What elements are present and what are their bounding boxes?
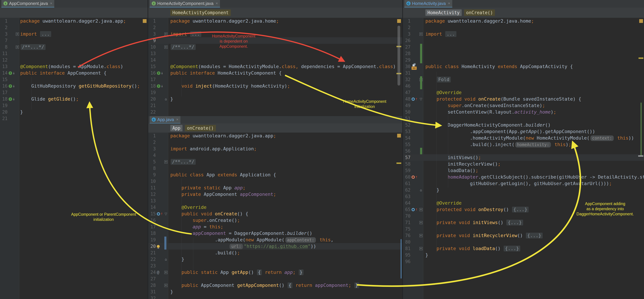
fold-expand-icon[interactable]: + (420, 221, 423, 224)
code-line[interactable]: 76+ private void initRecyclerView() {...… (403, 232, 644, 239)
line-number[interactable]: 2 (403, 25, 410, 30)
line-number[interactable]: 80 (403, 240, 410, 245)
code-line[interactable]: 61 gitHubUser.getLogin(), gitHubUser.get… (403, 180, 644, 187)
line-number[interactable]: 28 (403, 51, 410, 56)
fold-column[interactable]: + (419, 234, 423, 237)
fold-column[interactable]: ⌂ (164, 257, 168, 261)
code-text[interactable]: } (168, 256, 402, 263)
code-line[interactable]: 3+import ... (0, 31, 148, 37)
line-number[interactable]: 47 (403, 90, 410, 95)
code-text[interactable]: public AppComponent getAppComponent() { … (168, 282, 402, 289)
code-line[interactable]: 5+/**...*/ (148, 159, 402, 165)
code-line[interactable]: 10 (148, 178, 402, 185)
code-text[interactable]: public class HomeActivity extends AppCom… (423, 63, 644, 70)
code-text[interactable]: /**...*/ (168, 159, 402, 165)
line-number[interactable]: 5 (148, 159, 156, 164)
code-line[interactable]: 18I↓ void inject(HomeActivity homeActivi… (148, 83, 402, 89)
line-number[interactable]: 12 (148, 192, 156, 197)
code-line[interactable]: 62⌂ } (403, 187, 644, 193)
line-number[interactable]: 49 (403, 103, 410, 108)
code-line[interactable]: 18 appComponent = DaggerAppComponent.bui… (148, 230, 402, 237)
code-line[interactable]: 49 super.onCreate(savedInstanceState); (403, 102, 644, 109)
line-number[interactable]: 11 (0, 51, 8, 56)
line-number[interactable]: 23 (148, 263, 156, 268)
code-editor-homeactivity[interactable]: 1package uwanttolearn.dagger2.java.home;… (403, 18, 644, 299)
code-text[interactable]: homeAdapter.getClickSubject().subscribe(… (423, 174, 644, 180)
code-text[interactable]: private void loadData() {...} (423, 245, 644, 252)
fold-column[interactable]: ⌂ (164, 97, 168, 101)
fold-column[interactable]: + (419, 247, 423, 250)
code-line[interactable]: 28+ public AppComponent getAppComponent(… (148, 282, 402, 289)
line-number[interactable]: 12 (0, 57, 8, 63)
code-line[interactable]: 19 (148, 89, 402, 96)
code-text[interactable]: .build().inject(homeActivity: this); (423, 141, 644, 148)
code-line[interactable]: 22⌂ } (148, 256, 402, 263)
line-number[interactable]: 27 (148, 276, 156, 281)
code-text[interactable]: /**...*/ (19, 44, 148, 50)
code-line[interactable]: 15@Component(modules = HomeActivityModul… (148, 63, 402, 70)
subscriber-icon[interactable] (412, 176, 415, 179)
close-icon[interactable]: × (176, 117, 178, 122)
line-number[interactable]: 15 (0, 77, 8, 82)
code-line[interactable]: 28 (403, 50, 644, 57)
code-line[interactable]: 16 super.onCreate(); (148, 217, 402, 224)
code-editor-app[interactable]: 1package uwanttolearn.dagger2.java.app;2… (148, 133, 402, 299)
code-text[interactable]: @Component(modules = AppModule.class) (19, 63, 148, 70)
line-number[interactable]: 60 (403, 174, 410, 180)
line-number[interactable]: 20 (0, 109, 8, 115)
code-line[interactable]: 46 (403, 83, 644, 89)
fold-column[interactable]: + (164, 284, 168, 287)
line-number[interactable]: 51 (403, 116, 410, 121)
code-line[interactable]: 9 (148, 37, 402, 44)
code-text[interactable]: app = this; (168, 224, 402, 230)
code-text[interactable]: Fold (423, 76, 644, 83)
code-text[interactable]: import android.app.Application; (168, 146, 402, 152)
code-line[interactable]: 21 (0, 115, 148, 122)
code-line[interactable]: 52 DaggerHomeActivityComponent.builder() (403, 122, 644, 128)
line-number[interactable]: 11 (148, 185, 156, 190)
code-text[interactable]: public void onCreate() { (168, 211, 402, 217)
close-icon[interactable]: × (216, 1, 218, 6)
line-number[interactable]: 22 (148, 257, 156, 262)
code-editor-appcomponent[interactable]: 1package uwanttolearn.dagger2.java.app;2… (0, 18, 148, 299)
fold-expand-icon[interactable]: + (420, 247, 423, 250)
fold-column[interactable]: ▽ (419, 97, 423, 101)
line-number[interactable]: 16 (148, 218, 156, 223)
line-number[interactable]: 46 (403, 83, 410, 89)
overrides-icon[interactable] (412, 97, 415, 101)
code-text[interactable]: public interface HomeActivityComponent { (168, 70, 402, 76)
code-text[interactable]: } (423, 187, 644, 193)
line-number[interactable]: 22 (148, 109, 156, 115)
code-line[interactable]: 47 @Override (403, 89, 644, 96)
line-number[interactable]: 2 (0, 25, 8, 30)
line-number[interactable]: 10 (148, 44, 156, 50)
line-number[interactable]: 16 (148, 70, 156, 76)
code-line[interactable]: 64 @Override (403, 200, 644, 206)
code-text[interactable]: } (168, 96, 402, 102)
line-number[interactable]: 29 (403, 57, 410, 63)
code-text[interactable]: super.onCreate(); (168, 217, 402, 224)
tab-app-java[interactable]: C App.java × (150, 116, 180, 124)
fold-column[interactable]: + (419, 32, 423, 36)
code-text[interactable]: private void initViews() {...} (423, 219, 644, 226)
line-number[interactable]: 8 (0, 44, 8, 50)
fold-column[interactable]: + (164, 45, 168, 49)
code-line[interactable]: 75 (403, 226, 644, 232)
code-line[interactable]: 31 (403, 70, 644, 76)
code-line[interactable]: 55 .build().inject(homeActivity: this); (403, 141, 644, 148)
code-text[interactable]: private void initRecyclerView() {...} (423, 232, 644, 239)
code-text[interactable]: setContentView(R.layout.activity_home); (423, 109, 644, 115)
code-line[interactable]: 2 (148, 24, 402, 31)
line-number[interactable]: 71 (403, 220, 410, 225)
line-number[interactable]: 48 (403, 96, 410, 102)
code-line[interactable]: 14 @Override (148, 204, 402, 211)
line-number[interactable]: 31 (403, 70, 410, 76)
code-line[interactable]: 1package uwanttolearn.dagger2.java.home; (148, 18, 402, 24)
line-number[interactable]: 19 (148, 90, 156, 95)
line-number[interactable]: 32 (148, 296, 156, 299)
code-text[interactable]: void inject(HomeActivity homeActivity); (168, 83, 402, 89)
code-line[interactable]: 2 (148, 139, 402, 146)
line-number[interactable]: 53 (403, 129, 410, 134)
code-line[interactable]: 17 (0, 89, 148, 96)
code-text[interactable]: import ... (19, 31, 148, 37)
